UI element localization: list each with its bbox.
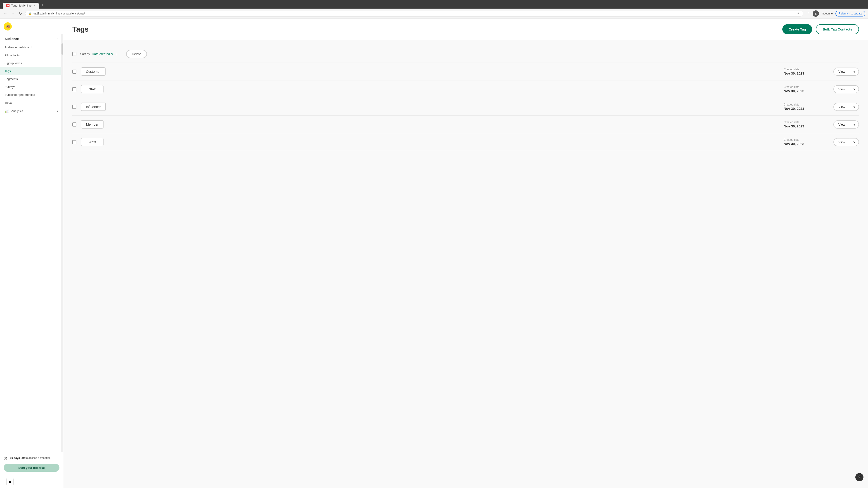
select-all-checkbox[interactable]: [72, 52, 76, 56]
active-tab: M Tags | Mailchimp ×: [3, 3, 39, 8]
created-date-value-1: Nov 30, 2023: [784, 89, 829, 93]
browser-nav-bar: ← → ↻ 🔒 us21.admin.mailchimp.com/audienc…: [0, 8, 868, 19]
tag-dropdown-btn-3[interactable]: ∨: [850, 121, 859, 128]
sidebar-item-tags[interactable]: Tags: [0, 67, 63, 75]
analytics-icon: 📊: [4, 109, 9, 113]
tag-dropdown-btn-1[interactable]: ∨: [850, 86, 859, 93]
tag-row: Customer Created date Nov 30, 2023 View …: [72, 63, 859, 80]
tag-actions-2: View ∨: [833, 103, 859, 111]
sidebar-item-inbox[interactable]: Inbox: [0, 99, 63, 107]
bulk-tag-contacts-button[interactable]: Bulk Tag Contacts: [816, 24, 859, 34]
sidebar-item-label: Tags: [4, 69, 11, 73]
sidebar-scroll-thumb[interactable]: [61, 43, 63, 55]
view-btn-1[interactable]: View: [834, 86, 850, 93]
sidebar: 🐵 Audience ↑ Audience dashboard All cont…: [0, 19, 63, 488]
tag-actions-4: View ∨: [833, 138, 859, 146]
sidebar-item-subscriber-preferences[interactable]: Subscriber preferences: [0, 91, 63, 99]
created-date-value-3: Nov 30, 2023: [784, 124, 829, 128]
audience-section-header: Audience ↑: [0, 34, 63, 43]
sidebar-scroll-area: Audience ↑ Audience dashboard All contac…: [0, 34, 63, 452]
tag-actions-1: View ∨: [833, 85, 859, 93]
tab-favicon: M: [6, 4, 9, 7]
tag-label-2: Influencer: [81, 103, 106, 111]
mailchimp-logo-icon[interactable]: 🐵: [4, 22, 12, 31]
svg-text:🐵: 🐵: [6, 24, 11, 29]
sidebar-scroll-track[interactable]: [61, 34, 63, 452]
delete-button[interactable]: Delete: [126, 50, 147, 58]
row-checkbox-1[interactable]: [72, 87, 76, 91]
sidebar-item-label: Audience dashboard: [4, 46, 31, 49]
row-checkbox-3[interactable]: [72, 123, 76, 127]
relaunch-btn[interactable]: Relaunch to update: [835, 11, 865, 17]
clock-icon: ⏱: [4, 456, 8, 461]
incognito-label: Incognito: [821, 11, 834, 16]
incognito-avatar: S: [813, 10, 819, 17]
tag-label-4: 2023: [81, 138, 103, 146]
back-btn[interactable]: ←: [3, 11, 8, 17]
tag-list: Customer Created date Nov 30, 2023 View …: [72, 63, 859, 151]
sidebar-item-label: All contacts: [4, 54, 20, 57]
header-actions: Create Tag Bulk Tag Contacts: [782, 24, 859, 34]
tag-dropdown-btn-2[interactable]: ∨: [850, 103, 859, 110]
created-date-label-2: Created date: [784, 103, 829, 106]
created-date-label-1: Created date: [784, 86, 829, 89]
extensions-btn[interactable]: ⋮: [805, 11, 811, 17]
help-button[interactable]: ?: [855, 473, 864, 481]
trial-description: to access a free trial.: [25, 456, 51, 459]
new-tab-btn[interactable]: +: [39, 2, 46, 8]
trial-text: 89 days left to access a free trial.: [10, 456, 51, 460]
sidebar-item-segments[interactable]: Segments: [0, 75, 63, 83]
tab-title: Tags | Mailchimp: [11, 4, 31, 7]
url-text: us21.admin.mailchimp.com/audience/tags/: [33, 12, 796, 15]
trial-days: 89 days left: [10, 456, 25, 459]
sidebar-item-all-contacts[interactable]: All contacts: [0, 51, 63, 59]
sidebar-item-label: Subscriber preferences: [4, 93, 35, 96]
create-tag-button[interactable]: Create Tag: [782, 24, 812, 34]
address-bar[interactable]: 🔒 us21.admin.mailchimp.com/audience/tags…: [25, 11, 803, 17]
analytics-chevron-icon: ∨: [57, 109, 59, 112]
collapse-icon[interactable]: ↑: [57, 37, 59, 40]
refresh-btn[interactable]: ↻: [18, 11, 23, 17]
tag-dropdown-btn-0[interactable]: ∨: [850, 68, 859, 75]
trial-info: ⏱ 89 days left to access a free trial.: [4, 456, 59, 461]
row-checkbox-0[interactable]: [72, 70, 76, 74]
browser-chrome: M Tags | Mailchimp × +: [0, 0, 868, 8]
sidebar-nav: Audience ↑ Audience dashboard All contac…: [0, 34, 63, 116]
tag-dropdown-btn-4[interactable]: ∨: [850, 138, 859, 146]
tag-label-0: Customer: [81, 67, 105, 76]
created-date-label-3: Created date: [784, 121, 829, 124]
row-checkbox-2[interactable]: [72, 105, 76, 109]
sort-value-btn[interactable]: Date created ∨: [92, 52, 113, 56]
sidebar-expand-btn[interactable]: ▣: [6, 478, 13, 485]
tag-label-1: Staff: [81, 85, 103, 93]
audience-section-title: Audience: [4, 37, 19, 41]
tag-row: Staff Created date Nov 30, 2023 View ∨: [72, 80, 859, 98]
main-content: Tags Create Tag Bulk Tag Contacts Sort b…: [63, 19, 868, 488]
tag-actions-0: View ∨: [833, 68, 859, 76]
sidebar-item-label: Inbox: [4, 101, 12, 104]
sidebar-item-signup-forms[interactable]: Signup forms: [0, 59, 63, 67]
view-btn-4[interactable]: View: [834, 138, 850, 146]
created-date-label-4: Created date: [784, 138, 829, 141]
tab-close-btn[interactable]: ×: [34, 4, 35, 7]
row-checkbox-4[interactable]: [72, 140, 76, 144]
created-date-value-4: Nov 30, 2023: [784, 142, 829, 146]
start-trial-btn[interactable]: Start your free trial: [4, 464, 59, 472]
analytics-label: Analytics: [11, 109, 23, 113]
forward-btn[interactable]: →: [10, 11, 16, 17]
sidebar-expand-icon: ▣: [8, 480, 11, 484]
tag-meta-0: Created date Nov 30, 2023: [784, 68, 829, 75]
view-btn-0[interactable]: View: [834, 68, 850, 75]
sort-control: Sort by Date created ∨ ↓: [80, 51, 119, 57]
view-btn-3[interactable]: View: [834, 121, 850, 128]
created-date-value-0: Nov 30, 2023: [784, 71, 829, 75]
main-header: Tags Create Tag Bulk Tag Contacts: [63, 19, 868, 40]
sidebar-item-analytics[interactable]: 📊 Analytics ∨: [0, 107, 63, 116]
bookmark-icon: ★: [797, 12, 800, 15]
sidebar-item-label: Segments: [4, 77, 18, 80]
view-btn-2[interactable]: View: [834, 103, 850, 110]
sort-direction-btn[interactable]: ↓: [115, 51, 119, 57]
sidebar-item-surveys[interactable]: Surveys: [0, 83, 63, 91]
browser-nav-right: ⋮ S Incognito Relaunch to update: [805, 10, 865, 17]
sidebar-item-audience-dashboard[interactable]: Audience dashboard: [0, 43, 63, 51]
